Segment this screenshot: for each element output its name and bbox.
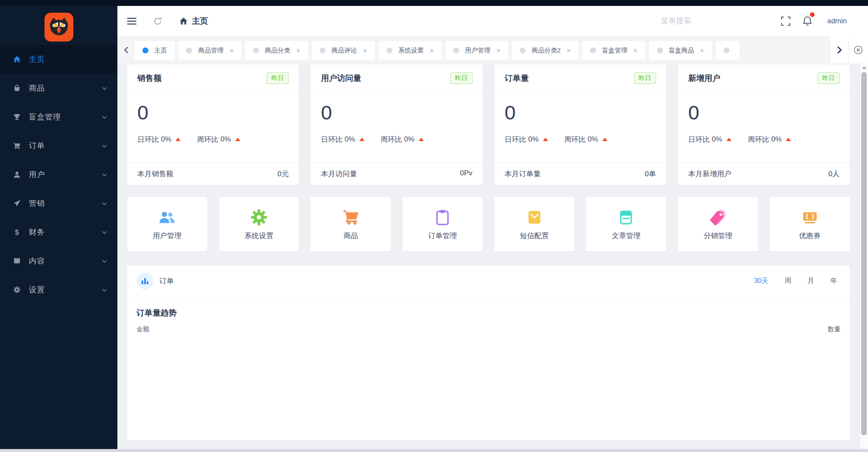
tab-goods-review[interactable]: 商品评论× bbox=[312, 41, 375, 60]
menu-search-input[interactable] bbox=[661, 17, 773, 25]
tab-blindbox-manage[interactable]: 盲盒管理× bbox=[582, 41, 645, 60]
sidebar-item-settings[interactable]: 设置 bbox=[0, 275, 117, 304]
shortcut-goods[interactable]: 商品 bbox=[311, 197, 391, 251]
tab-close-icon[interactable]: × bbox=[363, 47, 367, 54]
tabs-scroll-left-icon[interactable] bbox=[117, 36, 135, 64]
shortcut-system-settings[interactable]: 系统设置 bbox=[219, 197, 299, 251]
range-week[interactable]: 周 bbox=[785, 277, 791, 286]
hamburger-menu-icon[interactable] bbox=[127, 16, 137, 26]
up-triangle-icon bbox=[419, 138, 424, 141]
refresh-icon[interactable] bbox=[153, 17, 162, 26]
tab-close-icon[interactable]: × bbox=[633, 47, 637, 54]
stat-footer-value: 0人 bbox=[829, 169, 840, 179]
tab-home[interactable]: 主页 bbox=[135, 41, 175, 60]
tab-user-manage[interactable]: 用户管理× bbox=[445, 41, 508, 60]
range-month[interactable]: 月 bbox=[807, 277, 814, 286]
range-year[interactable]: 年 bbox=[830, 277, 837, 286]
vertical-scrollbar[interactable] bbox=[860, 63, 868, 449]
tabs-strip: 主页 商品管理× 商品分类× 商品评论× 系统设置× 用户管理× 商品分类2× … bbox=[135, 36, 831, 64]
shortcut-distribution-manage[interactable]: 分销管理 bbox=[678, 197, 758, 251]
stat-footer-label: 本月新增用户 bbox=[688, 169, 732, 179]
shortcut-label: 用户管理 bbox=[153, 231, 181, 241]
chevron-down-icon bbox=[102, 230, 107, 235]
svg-text:$: $ bbox=[15, 228, 19, 236]
tabs-scroll-right-icon[interactable] bbox=[831, 36, 849, 64]
tab-dot bbox=[320, 47, 326, 53]
shortcut-user-manage[interactable]: 用户管理 bbox=[127, 197, 207, 251]
day-ratio-label: 日环比 bbox=[137, 135, 159, 144]
tab-close-icon[interactable]: × bbox=[567, 47, 571, 54]
tab-goods-category[interactable]: 商品分类× bbox=[245, 41, 308, 60]
tab-dot bbox=[142, 47, 148, 53]
sidebar-item-label: 主页 bbox=[29, 54, 107, 64]
chart-panel-title: 订单 bbox=[159, 276, 174, 286]
sidebar-item-users[interactable]: 用户 bbox=[0, 160, 117, 189]
tab-label: 盲盒商品 bbox=[669, 47, 694, 55]
breadcrumb[interactable]: 主页 bbox=[179, 16, 208, 27]
chevron-down-icon bbox=[102, 258, 107, 264]
sidebar-item-content[interactable]: 内容 bbox=[0, 247, 117, 275]
notification-bell-icon[interactable] bbox=[802, 16, 813, 27]
tab-label: 系统设置 bbox=[398, 47, 424, 55]
sidebar-item-finance[interactable]: $ 财务 bbox=[0, 218, 117, 247]
yesterday-badge: 昨日 bbox=[818, 72, 840, 84]
tab-dot bbox=[387, 47, 392, 53]
tab-close-icon[interactable]: × bbox=[430, 47, 434, 54]
tab-dot bbox=[186, 47, 192, 53]
stat-card-visits: 用户访问量昨日 0 日环比 0% 周环比 0% 本月访问量0Pv bbox=[311, 64, 482, 185]
stat-card-orders: 订单量昨日 0 日环比 0% 周环比 0% 本月订单量0单 bbox=[495, 64, 666, 185]
chart-title: 订单量趋势 bbox=[136, 308, 840, 319]
sidebar-item-marketing[interactable]: 营销 bbox=[0, 189, 117, 218]
fullscreen-icon[interactable] bbox=[781, 16, 791, 26]
stat-footer-label: 本月销售额 bbox=[137, 169, 173, 179]
tab-goods-category2[interactable]: 商品分类2× bbox=[512, 41, 578, 60]
tab-close-icon[interactable]: × bbox=[496, 47, 501, 54]
tab-partial[interactable] bbox=[716, 41, 740, 60]
tab-label: 商品管理 bbox=[198, 47, 223, 55]
clipboard-icon bbox=[434, 208, 451, 227]
yesterday-badge: 昨日 bbox=[451, 72, 473, 84]
chart-plot-area bbox=[136, 333, 840, 444]
up-triangle-icon bbox=[543, 138, 548, 141]
day-ratio-label: 日环比 bbox=[688, 135, 710, 144]
tab-system-settings[interactable]: 系统设置× bbox=[379, 41, 442, 60]
tab-close-icon[interactable]: × bbox=[700, 47, 704, 54]
stat-footer-value: 0元 bbox=[278, 169, 289, 179]
sidebar-item-goods[interactable]: 商品 bbox=[0, 74, 117, 103]
shortcut-order-manage[interactable]: 订单管理 bbox=[403, 197, 483, 251]
up-triangle-icon bbox=[602, 138, 607, 141]
close-all-tabs-icon[interactable] bbox=[849, 36, 868, 64]
sidebar-item-label: 商品 bbox=[29, 83, 102, 93]
tab-blindbox-goods[interactable]: 盲盒商品× bbox=[649, 41, 712, 60]
sidebar-item-blindbox[interactable]: 盲盒管理 bbox=[0, 103, 117, 131]
scrollbar-thumb[interactable] bbox=[861, 72, 867, 435]
scrollbar-up-arrow[interactable] bbox=[862, 66, 866, 69]
stat-title: 销售额 bbox=[137, 73, 161, 84]
stat-value: 0 bbox=[321, 102, 472, 124]
sidebar-item-label: 内容 bbox=[29, 256, 102, 266]
shortcut-article-manage[interactable]: 文章管理 bbox=[586, 197, 666, 251]
sidebar-menu: 主页 商品 盲盒管理 订单 用户 bbox=[0, 45, 117, 304]
shortcut-sms-config[interactable]: 短信配置 bbox=[495, 197, 575, 251]
tab-label: 主页 bbox=[154, 47, 167, 55]
day-ratio-value: 0% bbox=[161, 135, 172, 144]
shortcut-coupon[interactable]: 优惠券 bbox=[770, 197, 850, 251]
shortcuts-row: 用户管理 系统设置 商品 订单管理 bbox=[127, 197, 850, 251]
tab-close-icon[interactable]: × bbox=[229, 47, 234, 54]
sidebar-item-home[interactable]: 主页 bbox=[0, 45, 117, 74]
stat-cards-row: 销售额昨日 0 日环比 0% 周环比 0% 本月销售额0元 用户访问量昨日 0 … bbox=[127, 64, 850, 185]
tab-label: 用户管理 bbox=[465, 47, 490, 55]
tab-close-icon[interactable]: × bbox=[296, 47, 300, 54]
sidebar-item-label: 营销 bbox=[29, 198, 102, 208]
sidebar-item-label: 盲盒管理 bbox=[29, 112, 102, 122]
owl-logo[interactable] bbox=[45, 13, 73, 42]
user-menu[interactable]: admin bbox=[827, 17, 847, 25]
sidebar-item-orders[interactable]: 订单 bbox=[0, 131, 117, 160]
up-triangle-icon bbox=[786, 138, 791, 141]
tab-goods-manage[interactable]: 商品管理× bbox=[178, 41, 241, 60]
range-30days[interactable]: 30天 bbox=[754, 277, 768, 286]
shortcut-label: 系统设置 bbox=[245, 231, 273, 241]
week-ratio-label: 周环比 bbox=[381, 135, 402, 144]
main-content: 销售额昨日 0 日环比 0% 周环比 0% 本月销售额0元 用户访问量昨日 0 … bbox=[117, 64, 868, 449]
range-selector: 30天 周 月 年 bbox=[738, 277, 837, 286]
